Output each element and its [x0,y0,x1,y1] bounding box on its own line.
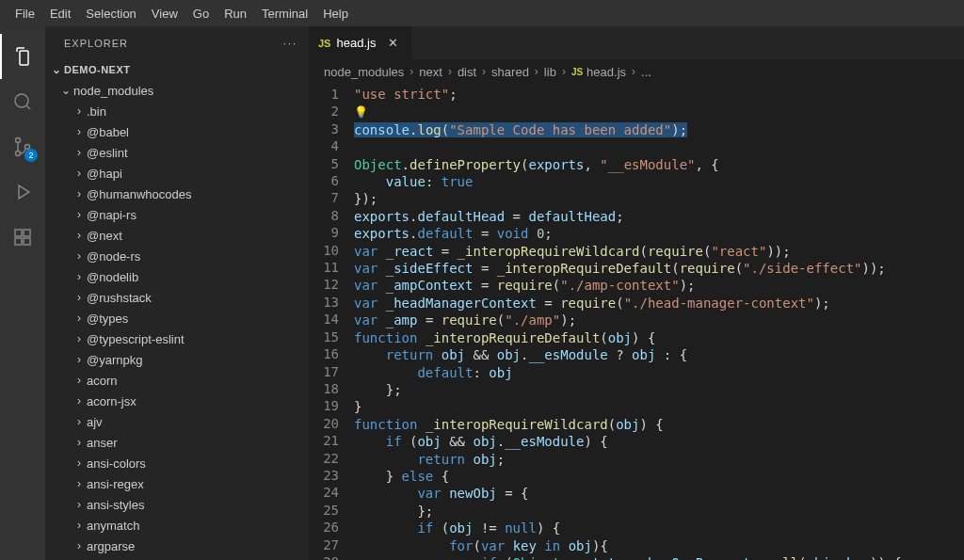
tree-folder[interactable]: ›@humanwhocodes [45,184,309,204]
breadcrumb-item[interactable]: shared [491,65,529,79]
tree-folder[interactable]: ›acorn [45,370,309,391]
chevron-right-icon: › [72,312,87,325]
tree-folder[interactable]: ›@eslint [45,142,309,163]
menu-go[interactable]: Go [185,3,217,24]
folder-label: @types [87,312,128,326]
menu-selection[interactable]: Selection [78,3,143,24]
folder-label: anymatch [87,519,139,533]
folder-label: @rushstack [87,291,152,305]
folder-label: ansi-regex [87,477,144,491]
tree-folder[interactable]: ›acorn-jsx [45,391,309,411]
breadcrumb-item[interactable]: dist [458,65,476,79]
tree-folder[interactable]: ›anymatch [45,515,309,536]
folder-label: ansi-styles [87,498,144,512]
chevron-right-icon: › [72,539,87,552]
breadcrumb-item[interactable]: JS head.js [571,65,626,79]
chevron-right-icon: › [72,415,87,428]
tree-folder[interactable]: ›@node-rs [45,246,309,266]
more-actions-icon[interactable]: ··· [283,38,297,49]
folder-label: anser [87,436,118,450]
folder-label: acorn-jsx [87,394,137,408]
tree-folder[interactable]: ›@types [45,308,309,328]
source-control-icon[interactable]: 2 [0,124,45,169]
tree-folder[interactable]: ›@yarnpkg [45,349,309,370]
folder-label: node_modules [73,84,153,98]
breadcrumb-item[interactable]: ... [641,65,651,79]
chevron-right-icon: › [632,65,635,78]
chevron-down-icon: ⌄ [58,84,73,97]
breadcrumb-item[interactable]: next [419,65,442,79]
tree-folder[interactable]: ›@typescript-eslint [45,328,309,349]
menu-help[interactable]: Help [315,3,356,24]
menubar: FileEditSelectionViewGoRunTerminalHelp [0,0,964,26]
chevron-right-icon: › [72,187,87,200]
sidebar: EXPLORER ··· ⌄ DEMO-NEXT ⌄ node_modules … [45,26,309,560]
tree-folder[interactable]: ›@next [45,225,309,246]
svg-point-2 [16,152,21,156]
lightbulb-icon[interactable]: 💡 [354,105,368,119]
svg-point-0 [15,94,28,107]
breadcrumbs: node_modules›next›dist›shared›lib›JS hea… [309,59,964,84]
tree-folder[interactable]: ›ajv [45,411,309,432]
chevron-right-icon: › [72,270,87,283]
chevron-right-icon: › [72,208,87,221]
line-gutter: 1234567891011121314151617181920212223242… [309,84,354,560]
chevron-right-icon: › [72,477,87,490]
explorer-icon[interactable] [0,34,45,79]
folder-label: @typescript-eslint [87,332,185,346]
tree-folder[interactable]: ›anser [45,432,309,453]
tree-folder-root[interactable]: ⌄ node_modules [45,80,309,101]
chevron-right-icon: › [448,65,452,78]
chevron-right-icon: › [410,65,413,78]
tree-folder[interactable]: ›ansi-regex [45,473,309,494]
sidebar-header: EXPLORER ··· [45,26,309,59]
run-debug-icon[interactable] [0,169,45,215]
tree-folder[interactable]: ›@hapi [45,163,309,184]
chevron-right-icon: › [482,65,486,78]
chevron-right-icon: › [72,229,87,242]
folder-label: @humanwhocodes [87,187,191,201]
tree-folder[interactable]: ›@napi-rs [45,204,309,225]
folder-label: @napi-rs [87,208,137,222]
tab-label: head.js [336,36,376,50]
menu-file[interactable]: File [8,3,42,24]
chevron-right-icon: › [72,146,87,159]
menu-view[interactable]: View [144,3,185,24]
chevron-right-icon: › [72,332,87,345]
folder-label: @nodelib [87,270,138,284]
chevron-right-icon: › [72,456,87,470]
tree-folder[interactable]: ›@babel [45,121,309,142]
tree-folder[interactable]: ›ansi-colors [45,453,309,473]
tree-folder[interactable]: ›argparse [45,536,309,556]
breadcrumb-item[interactable]: node_modules [324,65,404,79]
chevron-right-icon: › [72,374,87,387]
tree-folder[interactable]: ›aria-query [45,556,309,560]
chevron-right-icon: › [72,104,87,118]
menu-run[interactable]: Run [217,3,254,24]
search-icon[interactable] [0,79,45,124]
extensions-icon[interactable] [0,215,45,260]
tab-head-js[interactable]: JS head.js ✕ [309,26,412,59]
tree-folder[interactable]: ›ansi-styles [45,494,309,515]
menu-terminal[interactable]: Terminal [254,3,315,24]
code-content[interactable]: "use strict";💡console.log("Sample Code h… [354,84,964,560]
chevron-right-icon: › [72,436,87,449]
chevron-right-icon: › [72,167,87,180]
tree-folder[interactable]: ›@rushstack [45,287,309,308]
chevron-right-icon: › [72,125,87,138]
editor[interactable]: 1234567891011121314151617181920212223242… [309,84,964,560]
svg-rect-7 [24,230,30,236]
folder-label: @yarnpkg [87,353,142,367]
close-icon[interactable]: ✕ [384,36,402,50]
folder-label: @hapi [87,167,122,181]
tree-folder[interactable]: ›.bin [45,101,309,121]
project-name: DEMO-NEXT [64,64,131,75]
svg-rect-4 [15,230,22,236]
breadcrumb-item[interactable]: lib [544,65,556,79]
project-header[interactable]: ⌄ DEMO-NEXT [45,59,309,80]
folder-label: @next [87,229,122,243]
folder-label: acorn [87,374,118,388]
tree-folder[interactable]: ›@nodelib [45,266,309,287]
menu-edit[interactable]: Edit [42,3,78,24]
activity-bar: 2 [0,26,45,560]
